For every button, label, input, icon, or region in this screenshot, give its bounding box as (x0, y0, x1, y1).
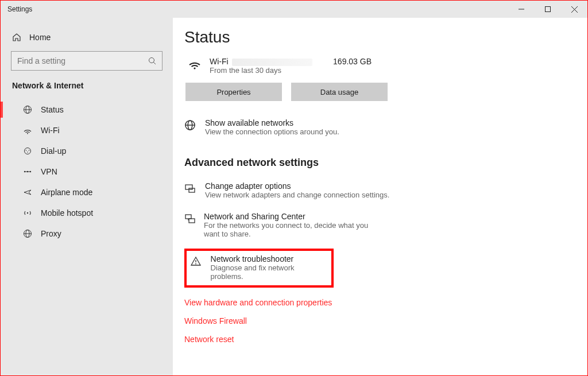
proxy-icon (22, 229, 33, 238)
sidebar-item-dialup[interactable]: Dial-up (1, 141, 173, 161)
svg-rect-29 (189, 219, 195, 223)
link-hardware-properties[interactable]: View hardware and connection properties (184, 298, 553, 307)
option-desc: For the networks you connect to, decide … (204, 221, 380, 238)
svg-line-5 (153, 62, 156, 64)
svg-rect-28 (185, 215, 191, 219)
search-input-field[interactable] (17, 56, 148, 65)
globe-icon (184, 118, 197, 131)
airplane-icon (22, 188, 33, 197)
close-button[interactable] (561, 1, 587, 18)
svg-point-12 (29, 150, 30, 151)
maximize-button[interactable] (535, 1, 561, 18)
home-icon (12, 33, 21, 42)
svg-point-22 (194, 67, 195, 69)
sidebar-item-label: Wi-Fi (41, 126, 60, 135)
option-desc: Diagnose and fix network problems. (211, 263, 327, 281)
adapter-icon (184, 181, 197, 194)
svg-point-10 (25, 148, 31, 154)
sidebar-item-status[interactable]: Status (1, 99, 173, 120)
sidebar-item-label: Status (41, 105, 64, 114)
link-windows-firewall[interactable]: Windows Firewall (184, 316, 553, 325)
data-usage-button[interactable]: Data usage (291, 83, 388, 101)
search-icon (148, 57, 156, 65)
change-adapter-options[interactable]: Change adapter options View network adap… (184, 181, 553, 199)
network-troubleshooter-highlight: Network troubleshooter Diagnose and fix … (184, 249, 334, 288)
sidebar-item-proxy[interactable]: Proxy (1, 223, 173, 244)
svg-point-32 (195, 263, 196, 265)
network-troubleshooter[interactable]: Network troubleshooter Diagnose and fix … (190, 254, 327, 281)
sidebar-item-wifi[interactable]: Wi-Fi (1, 120, 173, 141)
option-title: Change adapter options (205, 181, 389, 191)
sidebar: Home Network & Internet Status (1, 18, 173, 375)
option-desc: View the connection options around you. (205, 127, 339, 136)
svg-point-18 (27, 212, 28, 214)
option-title: Network and Sharing Center (204, 212, 380, 221)
wifi-signal-icon (188, 57, 202, 71)
wifi-data-usage: 169.03 GB (333, 57, 394, 66)
link-network-reset[interactable]: Network reset (184, 335, 553, 344)
svg-point-11 (26, 150, 27, 151)
svg-rect-27 (189, 188, 195, 192)
globe-icon (22, 105, 33, 114)
network-sharing-center[interactable]: Network and Sharing Center For the netwo… (184, 212, 380, 238)
option-title: Show available networks (205, 118, 339, 127)
hotspot-icon (22, 208, 33, 218)
minimize-button[interactable] (508, 1, 535, 18)
sidebar-item-hotspot[interactable]: Mobile hotspot (1, 203, 173, 223)
sidebar-section-title: Network & Internet (1, 81, 173, 99)
main-content: Status Wi-Fi From the last 30 days 169.0… (173, 18, 587, 375)
sidebar-item-airplane[interactable]: Airplane mode (1, 182, 173, 203)
sharing-icon (184, 212, 196, 224)
titlebar: Settings (1, 1, 587, 18)
properties-button[interactable]: Properties (185, 83, 282, 101)
dialup-icon (22, 146, 33, 156)
home-link[interactable]: Home (1, 28, 173, 51)
page-title: Status (184, 28, 553, 46)
wifi-name: Wi-Fi (210, 57, 229, 66)
sidebar-item-label: VPN (41, 167, 57, 176)
wifi-subtext: From the last 30 days (210, 66, 312, 75)
show-available-networks[interactable]: Show available networks View the connect… (184, 118, 553, 136)
svg-rect-1 (546, 7, 551, 12)
svg-point-9 (27, 133, 28, 134)
option-desc: View network adapters and change connect… (205, 191, 389, 199)
warning-icon (190, 254, 203, 267)
home-label: Home (29, 33, 51, 42)
search-input[interactable] (11, 51, 163, 71)
sidebar-item-label: Dial-up (41, 146, 66, 156)
sidebar-item-label: Mobile hotspot (41, 208, 93, 218)
svg-point-4 (149, 58, 154, 63)
wifi-icon (22, 126, 33, 135)
option-title: Network troubleshooter (211, 254, 327, 263)
sidebar-item-label: Airplane mode (41, 188, 92, 197)
vpn-icon (22, 167, 33, 176)
svg-point-13 (27, 152, 28, 153)
wifi-ssid-redacted (232, 59, 312, 66)
wifi-status-block: Wi-Fi From the last 30 days 169.03 GB (188, 57, 394, 75)
sidebar-item-vpn[interactable]: VPN (1, 161, 173, 182)
sidebar-item-label: Proxy (41, 229, 61, 238)
window-title: Settings (1, 5, 32, 13)
advanced-heading: Advanced network settings (184, 157, 553, 169)
